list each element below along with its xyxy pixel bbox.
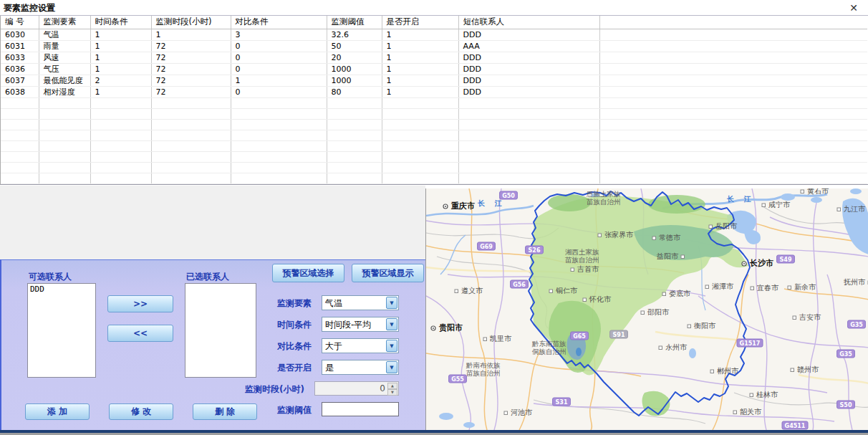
- compare-condition-label: 对比条件: [277, 340, 312, 353]
- city-marker-icon: [801, 190, 804, 193]
- map-city-label: 重庆市: [450, 201, 475, 211]
- city-marker-icon: [483, 338, 487, 341]
- column-header[interactable]: 监测时段(小时): [151, 16, 231, 29]
- compare-condition-value: 大于: [325, 340, 342, 353]
- threshold-input[interactable]: [322, 402, 399, 416]
- city-marker-icon: [571, 268, 574, 272]
- enabled-select[interactable]: 是 ▼: [322, 360, 399, 375]
- spinner-up-icon[interactable]: ▲: [387, 383, 397, 389]
- map-city-label: 岳阳市: [715, 222, 738, 230]
- city-marker-icon: [598, 234, 602, 237]
- chevron-down-icon[interactable]: ▼: [386, 318, 397, 330]
- table-row: [1, 173, 867, 183]
- area-display-button[interactable]: 预警区域显示: [352, 264, 424, 282]
- column-header[interactable]: 时间条件: [90, 16, 151, 29]
- table-row: [1, 130, 867, 140]
- enabled-value: 是: [325, 362, 334, 374]
- road-badge-label: G50: [502, 193, 515, 199]
- spinner-down-icon[interactable]: ▼: [387, 389, 397, 396]
- modify-button[interactable]: 修 改: [109, 403, 173, 420]
- area-select-button[interactable]: 预警区域选择: [272, 264, 344, 282]
- region-map[interactable]: 重庆市黄石市咸宁市九江市岳阳市常德市张家界市益阳市吉首市长沙市抚州市新余市宜春市…: [425, 188, 868, 430]
- map-city-label: 新余市: [794, 283, 816, 291]
- river-label: 长 江: [477, 199, 505, 207]
- window-title: 要素监控设置: [4, 2, 55, 14]
- element-value: 气温: [325, 297, 342, 310]
- delete-button[interactable]: 删 除: [193, 403, 257, 420]
- city-marker-icon: [709, 225, 713, 229]
- element-select[interactable]: 气温 ▼: [322, 295, 399, 310]
- add-button[interactable]: 添 加: [25, 403, 90, 420]
- threshold-label: 监测阈值: [277, 404, 312, 416]
- column-header[interactable]: 编 号: [1, 16, 39, 29]
- chevron-down-icon[interactable]: ▼: [386, 361, 397, 373]
- map-city-label: 益阳市: [657, 252, 679, 260]
- table-row[interactable]: 6033风速1720201DDD: [1, 52, 867, 63]
- window-bottom-edge: [0, 430, 868, 435]
- city-marker-icon: [793, 316, 796, 320]
- period-value: 0: [380, 383, 385, 393]
- column-header[interactable]: 监测阈值: [327, 16, 382, 29]
- map-area-label: 苗族自治州: [565, 256, 599, 264]
- road-badge-label: S91: [613, 332, 625, 338]
- map-area-label: 黔东南苗族: [531, 340, 566, 348]
- column-header[interactable]: 短信联系人: [458, 16, 599, 29]
- compare-condition-select[interactable]: 大于 ▼: [322, 338, 399, 353]
- chevron-down-icon[interactable]: ▼: [386, 340, 397, 352]
- road-badge-label: S49: [780, 257, 792, 263]
- map-city-label: 九江市: [844, 205, 866, 213]
- map-city-label: 湘潭市: [712, 282, 734, 290]
- city-marker-icon: [659, 346, 662, 350]
- title-bar: 要素监控设置 ✕: [0, 0, 868, 16]
- map-city-label: 吉安市: [799, 313, 821, 321]
- table-row: [1, 140, 867, 151]
- time-condition-value: 时间段-平均: [325, 319, 371, 331]
- column-header[interactable]: 是否开启: [382, 16, 458, 29]
- map-city-label: 邵阳市: [647, 308, 670, 316]
- list-item[interactable]: DDD: [28, 284, 95, 295]
- table-row: [1, 162, 867, 173]
- map-city-label: 黄石市: [807, 188, 829, 195]
- city-marker-icon: [549, 290, 553, 293]
- road-badge-label: S26: [529, 247, 541, 254]
- map-area-label: 苗族自治州: [466, 369, 501, 377]
- map-city-label: 抚州市: [843, 278, 866, 286]
- road-badge-label: G55: [451, 376, 464, 383]
- city-marker-icon: [750, 393, 753, 397]
- time-condition-select[interactable]: 时间段-平均 ▼: [322, 317, 399, 332]
- column-header[interactable]: 监测要素: [39, 16, 90, 29]
- move-left-button[interactable]: <<: [107, 325, 173, 342]
- move-right-button[interactable]: >>: [107, 295, 173, 312]
- map-area-label: 湘西土家族: [565, 248, 599, 256]
- table-row[interactable]: 6036气压172010001DDD: [1, 63, 867, 75]
- road-badge-label: G35: [850, 322, 863, 328]
- selected-contacts-label: 已选联系人: [186, 271, 229, 283]
- city-marker-icon: [662, 292, 666, 296]
- map-area-label: 黔南布依族: [466, 361, 501, 369]
- close-icon[interactable]: ✕: [847, 1, 861, 15]
- table-row: [1, 183, 867, 185]
- map-city-label: 遵义市: [461, 287, 483, 295]
- column-header[interactable]: 对比条件: [231, 16, 327, 29]
- map-city-label: 张家界市: [604, 231, 634, 239]
- road-badge-label: S31: [556, 399, 568, 406]
- map-city-label: 咸宁市: [768, 201, 791, 209]
- table-row[interactable]: 6030气温11332.61DDD: [1, 29, 867, 40]
- river-label: 长 江: [726, 195, 754, 203]
- map-city-label: 凯里市: [490, 335, 512, 343]
- enabled-label: 是否开启: [277, 362, 312, 374]
- table-row[interactable]: 6031雨量1720501AAA: [1, 40, 867, 52]
- period-spinner[interactable]: 0 ▲ ▼: [314, 381, 399, 396]
- selected-contacts-list[interactable]: [185, 283, 256, 378]
- available-contacts-list[interactable]: DDD: [27, 283, 96, 378]
- table-row[interactable]: 6038相对湿度1720801DDD: [1, 86, 867, 97]
- column-header[interactable]: [599, 16, 867, 29]
- monitor-table: 编 号监测要素时间条件监测时段(小时)对比条件监测阈值是否开启短信联系人 603…: [0, 16, 868, 185]
- road-badge-label: G56: [513, 282, 526, 288]
- city-marker-icon: [733, 411, 737, 414]
- city-marker-icon: [710, 370, 714, 373]
- chevron-down-icon[interactable]: ▼: [386, 297, 397, 309]
- map-city-label: 桂林市: [756, 391, 778, 398]
- map-city-label: 娄底市: [669, 290, 691, 297]
- table-row[interactable]: 6037最低能见度272110001DDD: [1, 75, 867, 86]
